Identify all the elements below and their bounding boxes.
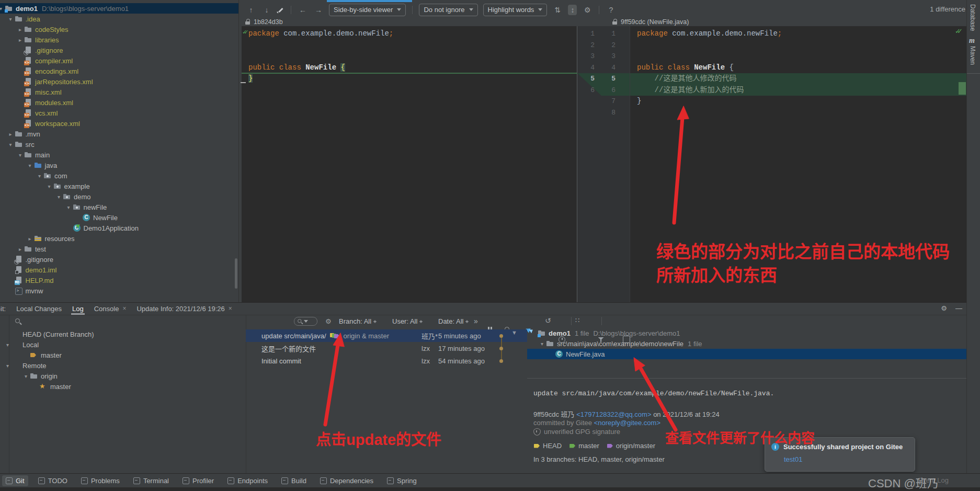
tree-row[interactable]: >mvnw bbox=[0, 286, 238, 296]
close-icon[interactable]: × bbox=[122, 305, 126, 312]
branch-row[interactable]: ★master bbox=[0, 381, 235, 392]
hide-tool-window-icon[interactable]: — bbox=[955, 304, 962, 312]
tool-button-database[interactable]: Database bbox=[969, 4, 976, 31]
rollback-icon[interactable]: ↺ bbox=[545, 316, 551, 325]
chevron-right-icon[interactable]: ▸ bbox=[16, 246, 24, 252]
chevron-down-icon[interactable]: ▾ bbox=[65, 204, 73, 210]
tree-row[interactable]: ▾example bbox=[0, 181, 238, 191]
gear-icon[interactable]: ⚙ bbox=[941, 304, 947, 312]
edit-icon[interactable] bbox=[277, 6, 284, 14]
branch-row[interactable]: ▾Local bbox=[0, 339, 235, 350]
tree-row[interactable]: ▸libraries bbox=[0, 35, 238, 45]
tree-row[interactable]: MDHELP.md bbox=[0, 275, 238, 286]
chevron-down-icon[interactable]: ▾ bbox=[45, 184, 53, 189]
tree-row[interactable]: ▾.idea bbox=[0, 14, 238, 24]
tree-row[interactable]: demo1.iml bbox=[0, 265, 238, 275]
highlight-mode-select[interactable]: Highlight words bbox=[483, 4, 548, 16]
tree-row[interactable]: ▾demo bbox=[0, 191, 238, 202]
viewer-mode-select[interactable]: Side-by-side viewer bbox=[329, 4, 406, 16]
author-email-link[interactable]: <1797128322@qq.com> bbox=[576, 410, 651, 418]
tab-console[interactable]: Console× bbox=[89, 302, 132, 315]
chevron-down-icon[interactable]: ▼ bbox=[511, 329, 517, 336]
chevron-down-icon[interactable]: ▾ bbox=[4, 363, 12, 369]
next-difference-icon[interactable]: ↓ bbox=[261, 6, 272, 14]
tool-button-maven[interactable]: Maven bbox=[969, 46, 976, 65]
chevron-down-icon[interactable]: ▾ bbox=[55, 194, 63, 200]
tree-row[interactable]: ▾main bbox=[0, 150, 238, 160]
tree-row[interactable]: <>encodings.xml bbox=[0, 66, 238, 76]
status-tool-problems[interactable]: Problems bbox=[77, 475, 123, 486]
forward-icon[interactable]: → bbox=[313, 6, 324, 14]
file-row[interactable]: demo11 fileD:\blogs\blogs-server\demo1 bbox=[527, 328, 966, 338]
committer-email-link[interactable]: <noreply@gitee.com> bbox=[594, 419, 660, 427]
change-scrollbar-marker[interactable] bbox=[959, 82, 966, 95]
chevron-down-icon[interactable]: ▾ bbox=[26, 163, 34, 168]
commit-search-input[interactable] bbox=[294, 317, 317, 326]
branch-row[interactable]: master bbox=[0, 350, 235, 360]
branch-row[interactable]: HEAD (Current Branch) bbox=[0, 329, 235, 339]
tab-update-info-[interactable]: Update Info: 2021/12/6 19:26× bbox=[131, 302, 237, 315]
help-icon[interactable]: ? bbox=[606, 6, 616, 14]
tree-row[interactable]: ▾java bbox=[0, 160, 238, 170]
commit-row[interactable]: 这是一个新的文件lzx17 minutes ago bbox=[246, 342, 527, 355]
tree-row[interactable]: <>jarRepositories.xml bbox=[0, 76, 238, 87]
user-filter[interactable]: User: All bbox=[392, 317, 423, 325]
gear-icon[interactable]: ⚙ bbox=[582, 6, 592, 14]
ref-tag[interactable]: origin/master bbox=[607, 442, 655, 450]
tree-row[interactable]: ▾newFile bbox=[0, 202, 238, 212]
chevron-right-icon[interactable]: ▸ bbox=[7, 131, 15, 137]
status-tool-todo[interactable]: TODO bbox=[35, 475, 71, 486]
status-tool-dependencies[interactable]: Dependencies bbox=[316, 475, 377, 486]
tree-row[interactable]: <>compiler.xml bbox=[0, 55, 238, 66]
sync-scrolling-toggle[interactable]: ↕ bbox=[568, 5, 577, 15]
chevron-down-icon[interactable]: ▾ bbox=[4, 342, 12, 348]
ref-tag[interactable]: master bbox=[569, 442, 599, 450]
gear-icon[interactable]: ⚙ bbox=[325, 317, 332, 325]
more-filters-icon[interactable]: » bbox=[474, 317, 478, 325]
tree-row[interactable]: <>vcs.xml bbox=[0, 108, 238, 118]
tree-row[interactable]: .gitignore bbox=[0, 254, 238, 265]
notification-link[interactable]: test01 bbox=[784, 455, 908, 463]
date-filter[interactable]: Date: All bbox=[438, 317, 469, 325]
prev-difference-icon[interactable]: ↑ bbox=[246, 6, 256, 14]
project-tree-scrollbar[interactable] bbox=[235, 258, 237, 289]
chevron-down-icon[interactable]: ▾ bbox=[7, 16, 15, 22]
status-tool-profiler[interactable]: Profiler bbox=[179, 475, 218, 486]
branch-row[interactable]: ▾origin bbox=[0, 371, 235, 381]
tree-row[interactable]: .gitignore bbox=[0, 45, 238, 55]
file-row[interactable]: NewFile.java bbox=[527, 349, 966, 359]
file-row[interactable]: ▾src\main\java\com\example\demo\newFile1… bbox=[527, 338, 966, 349]
close-icon[interactable]: × bbox=[229, 305, 232, 312]
tree-row[interactable]: ▾src bbox=[0, 139, 238, 150]
whitespace-policy-select[interactable]: Do not ignore bbox=[419, 4, 477, 16]
chevron-down-icon[interactable]: ▾ bbox=[0, 6, 5, 12]
tree-row[interactable]: ▸test bbox=[0, 244, 238, 254]
branch-row[interactable]: ▾Remote bbox=[0, 360, 235, 371]
chevron-down-icon[interactable]: ▾ bbox=[7, 142, 15, 147]
tree-row[interactable]: ▸resources bbox=[0, 233, 238, 244]
tree-row[interactable]: ▾demo1D:\blogs\blogs-server\demo1 bbox=[0, 3, 238, 14]
chevron-down-icon[interactable]: ▾ bbox=[538, 341, 546, 347]
group-by-icon[interactable]: ∷ bbox=[575, 316, 579, 324]
tree-row[interactable]: Demo1Application bbox=[0, 223, 238, 233]
tree-row[interactable]: <>workspace.xml bbox=[0, 118, 238, 129]
branch-search-icon[interactable] bbox=[15, 318, 22, 325]
tree-row[interactable]: ▸.mvn bbox=[0, 129, 238, 139]
status-tool-git[interactable]: Git bbox=[2, 475, 28, 486]
tree-row[interactable]: <>misc.xml bbox=[0, 87, 238, 97]
commit-row[interactable]: update src/main/java/origin & master班乃*5… bbox=[246, 329, 527, 342]
collapse-unchanged-icon[interactable]: ⇅ bbox=[552, 6, 563, 14]
tree-row[interactable]: NewFile bbox=[0, 212, 238, 223]
status-tool-spring[interactable]: Spring bbox=[383, 475, 420, 486]
tree-row[interactable]: <>modules.xml bbox=[0, 97, 238, 108]
branch-filter[interactable]: Branch: All bbox=[339, 317, 377, 325]
tree-row[interactable]: ▸codeStyles bbox=[0, 24, 238, 35]
chevron-right-icon[interactable]: ▸ bbox=[26, 236, 34, 242]
chevron-down-icon[interactable]: ▾ bbox=[36, 173, 43, 179]
chevron-down-icon[interactable]: ▾ bbox=[16, 152, 24, 158]
chevron-right-icon[interactable]: ▸ bbox=[16, 27, 24, 32]
back-icon[interactable]: ← bbox=[298, 6, 308, 14]
commit-row[interactable]: Initial commitlzx54 minutes ago bbox=[246, 355, 527, 367]
tree-row[interactable]: ▾com bbox=[0, 170, 238, 181]
tab-log[interactable]: Log bbox=[67, 302, 89, 315]
